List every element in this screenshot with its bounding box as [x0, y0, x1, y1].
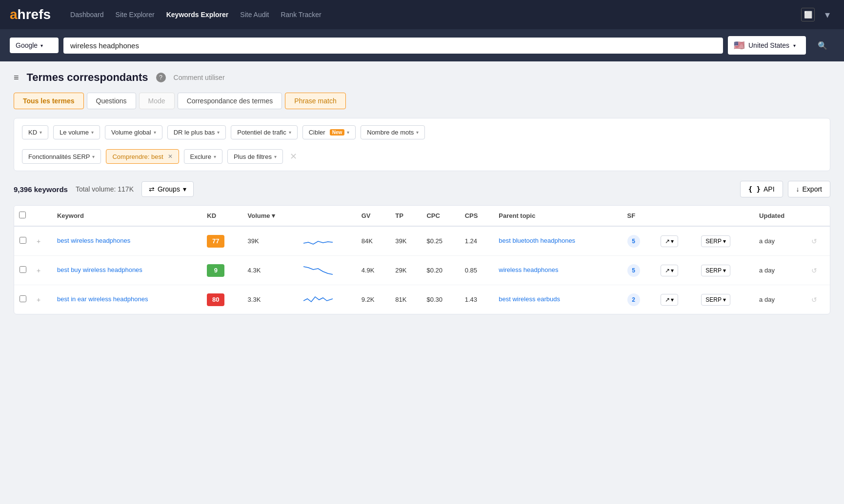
th-select-all[interactable] — [14, 206, 32, 226]
row-checkbox-0[interactable] — [20, 237, 26, 244]
logo-a: a — [10, 7, 18, 22]
nav-rank-tracker[interactable]: Rank Tracker — [281, 11, 321, 19]
plus-icon[interactable]: + — [37, 267, 40, 274]
filter-volume-global[interactable]: Volume global ▾ — [105, 125, 162, 139]
filter-trafic[interactable]: Potentiel de trafic ▾ — [231, 125, 297, 139]
row-checkbox-cell[interactable] — [14, 226, 32, 256]
row-gv-1: 4.9K — [357, 256, 391, 285]
trend-button-0[interactable]: ↗ ▾ — [661, 235, 678, 247]
search-bar: Google ▾ wireless headphones 🇺🇸 United S… — [0, 29, 844, 61]
row-checkbox-1[interactable] — [20, 266, 26, 273]
th-trend — [656, 206, 696, 226]
monitor-icon[interactable]: ⬜ — [801, 8, 815, 21]
row-refresh-0[interactable]: ↺ — [806, 226, 830, 256]
tab-correspondance[interactable]: Correspondance des termes — [178, 93, 282, 109]
filter-comprendre[interactable]: Comprendre: best ✕ — [106, 149, 179, 164]
comprendre-close-icon[interactable]: ✕ — [168, 153, 173, 160]
api-icon: { } — [748, 185, 761, 193]
row-serp-2[interactable]: SERP ▾ — [696, 285, 754, 314]
nav-keywords-explorer[interactable]: Keywords Explorer — [166, 11, 229, 19]
select-all-checkbox[interactable] — [19, 212, 26, 218]
serp-button-1[interactable]: SERP ▾ — [701, 265, 730, 276]
menu-icon[interactable]: ≡ — [14, 73, 19, 83]
row-volume-1: 4.3K — [243, 256, 299, 285]
filter-kd[interactable]: KD ▾ — [22, 125, 48, 139]
serp-button-0[interactable]: SERP ▾ — [701, 235, 730, 247]
filter-plus[interactable]: Plus de filtres ▾ — [227, 149, 283, 164]
row-refresh-1[interactable]: ↺ — [806, 256, 830, 285]
row-kd-2: 80 — [202, 285, 242, 314]
refresh-icon-1[interactable]: ↺ — [811, 267, 817, 274]
filter-cibler[interactable]: Cibler New ▾ — [302, 125, 356, 139]
sf-group-0: 5 — [627, 235, 651, 248]
th-tp: TP — [390, 206, 422, 226]
row-checkbox-2[interactable] — [20, 295, 26, 302]
table-row: + best in ear wireless headphones 80 3.3… — [14, 285, 830, 314]
row-expand-1[interactable]: + — [32, 256, 52, 285]
row-serp-0[interactable]: SERP ▾ — [696, 226, 754, 256]
cibler-arrow-icon: ▾ — [347, 130, 349, 135]
parent-topic-link-1[interactable]: wireless headphones — [499, 266, 558, 273]
api-button[interactable]: { } API — [740, 181, 783, 197]
row-parent-topic-1: wireless headphones — [494, 256, 622, 285]
row-cps-2: 1.43 — [460, 285, 494, 314]
tab-questions[interactable]: Questions — [87, 93, 136, 109]
th-serp — [696, 206, 754, 226]
groups-button[interactable]: ⇄ Groups ▾ — [141, 181, 194, 197]
serp-button-2[interactable]: SERP ▾ — [701, 294, 730, 306]
nav-site-explorer[interactable]: Site Explorer — [116, 11, 155, 19]
trend-button-2[interactable]: ↗ ▾ — [661, 294, 678, 306]
filter-exclure[interactable]: Exclure ▾ — [184, 149, 222, 164]
search-button[interactable]: 🔍 — [811, 37, 834, 54]
country-select[interactable]: 🇺🇸 United States ▾ — [728, 36, 806, 55]
volume-arrow-icon: ▾ — [91, 130, 94, 135]
row-serp-1[interactable]: SERP ▾ — [696, 256, 754, 285]
row-checkbox-cell[interactable] — [14, 256, 32, 285]
keyword-link-0[interactable]: best wireless headphones — [57, 237, 130, 244]
tabs: Tous les termes Questions Mode Correspon… — [14, 93, 830, 109]
parent-topic-link-0[interactable]: best bluetooth headphones — [499, 237, 575, 244]
nav-links: Dashboard Site Explorer Keywords Explore… — [70, 11, 786, 19]
refresh-icon-2[interactable]: ↺ — [811, 296, 817, 304]
filter-mots[interactable]: Nombre de mots ▾ — [361, 125, 425, 139]
nav-dashboard[interactable]: Dashboard — [70, 11, 104, 19]
row-trend-2[interactable]: ↗ ▾ — [656, 285, 696, 314]
groups-icon: ⇄ — [149, 185, 155, 193]
trend-button-1[interactable]: ↗ ▾ — [661, 265, 678, 276]
row-refresh-2[interactable]: ↺ — [806, 285, 830, 314]
chevron-down-icon[interactable]: ▾ — [821, 8, 834, 21]
plus-icon[interactable]: + — [37, 296, 40, 304]
tab-tous-les-termes[interactable]: Tous les termes — [14, 93, 84, 109]
plus-icon[interactable]: + — [37, 237, 40, 245]
row-checkbox-cell[interactable] — [14, 285, 32, 314]
search-query-display[interactable]: wireless headphones — [63, 38, 723, 54]
filter-serp[interactable]: Fonctionnalités SERP ▾ — [22, 149, 101, 164]
row-trend-0[interactable]: ↗ ▾ — [656, 226, 696, 256]
row-expand-2[interactable]: + — [32, 285, 52, 314]
tab-mode[interactable]: Mode — [139, 93, 175, 109]
th-gv — [299, 206, 357, 226]
tab-phrase-match[interactable]: Phrase match — [285, 93, 345, 109]
row-cpc-2: $0.30 — [422, 285, 460, 314]
help-text[interactable]: Comment utiliser — [174, 74, 225, 81]
help-icon[interactable]: ? — [156, 73, 166, 82]
filter-volume[interactable]: Le volume ▾ — [53, 125, 100, 139]
row-expand-0[interactable]: + — [32, 226, 52, 256]
filter-dr[interactable]: DR le plus bas ▾ — [167, 125, 226, 139]
th-gv-label: GV — [357, 206, 391, 226]
th-volume[interactable]: Volume ▾ — [243, 206, 299, 226]
keyword-link-2[interactable]: best in ear wireless headphones — [57, 295, 148, 303]
th-updated: Updated — [754, 206, 806, 226]
nav-site-audit[interactable]: Site Audit — [240, 11, 269, 19]
dr-arrow-icon: ▾ — [217, 130, 220, 135]
row-trend-1[interactable]: ↗ ▾ — [656, 256, 696, 285]
keyword-link-1[interactable]: best buy wireless headphones — [57, 266, 142, 273]
api-label: API — [764, 185, 775, 193]
new-badge: New — [330, 129, 345, 136]
navigation: a hrefs Dashboard Site Explorer Keywords… — [0, 0, 844, 29]
refresh-icon-0[interactable]: ↺ — [811, 237, 817, 245]
clear-all-button[interactable]: ✕ — [288, 149, 299, 164]
export-button[interactable]: ↓ Export — [788, 181, 830, 197]
parent-topic-link-2[interactable]: best wireless earbuds — [499, 295, 560, 303]
search-engine-select[interactable]: Google ▾ — [10, 38, 59, 53]
